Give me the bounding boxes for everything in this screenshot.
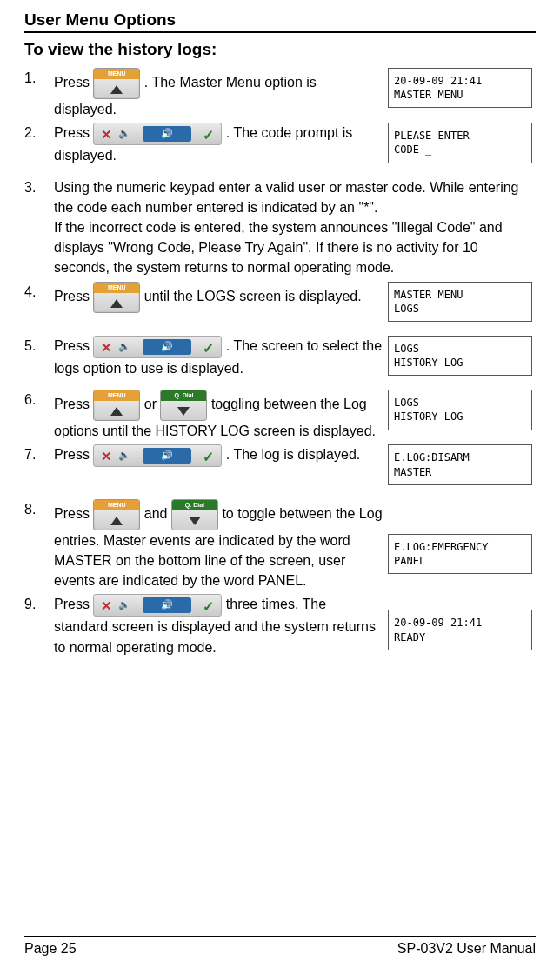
page-footer: Page 25 SP-03V2 User Manual [24,936,536,957]
arrow-up-icon [110,85,123,94]
menu-label: MENU [94,283,139,293]
step-text: Press [54,338,93,353]
lcd-screen: E.LOG:DISARM MASTER [388,444,532,484]
arrow-up-icon [110,407,123,416]
lcd-screen: 20-09-09 21:41 READY [388,610,532,650]
section-heading: To view the history logs: [24,40,536,59]
menu-button-icon: MENU [93,499,140,530]
sound-box-icon [143,126,191,142]
step-text: Press [54,397,93,411]
step-text: Press [54,125,93,140]
step-number: 9. [24,594,54,657]
menu-label: MENU [94,500,139,510]
step-number: 7. [24,444,54,467]
menu-label: MENU [94,390,139,401]
step-text: or [144,397,161,411]
arrow-up-icon [110,517,123,525]
lcd-screen: MASTER MENU LOGS [388,282,532,322]
sound-box-icon [143,339,191,355]
wide-button-icon: ✕ 🔈 ✓ [93,336,222,358]
check-icon: ✓ [203,447,214,467]
page-number: Page 25 [24,941,77,957]
wide-button-icon: ✕ 🔈 ✓ [93,594,222,617]
page-header: User Menu Options [24,10,536,33]
menu-button-icon: MENU [93,282,140,313]
qdial-label: Q. Dial [161,390,206,401]
step-text: Press [54,75,93,90]
check-icon: ✓ [203,125,214,145]
lcd-screen: LOGS HISTORY LOG [388,390,532,430]
menu-button-icon: MENU [93,68,140,99]
step-text: . The log is displayed. [226,448,360,463]
step-text: Press [54,506,93,521]
lcd-screen: PLEASE ENTER CODE _ [388,123,532,163]
x-icon: ✕ [101,597,112,616]
step-number: 2. [24,123,54,165]
check-icon: ✓ [203,338,214,358]
step-text: Press [54,597,93,612]
step-text: and [144,506,171,521]
arrow-down-icon [189,517,201,525]
sound-box-icon [143,597,191,613]
step-number: 4. [24,282,54,313]
lcd-screen: LOGS HISTORY LOG [388,336,532,376]
step-text: Press [54,289,93,304]
step-number: 6. [24,390,54,441]
wide-button-icon: ✕ 🔈 ✓ [93,123,222,145]
lcd-screen: E.LOG:EMERGENCY PANEL [388,534,532,574]
step-text: Using the numeric keypad enter a valid u… [54,177,536,278]
speaker-icon: 🔈 [118,127,130,139]
arrow-up-icon [110,299,123,308]
speaker-icon: 🔈 [118,449,130,461]
x-icon: ✕ [101,447,112,466]
step-number: 5. [24,336,54,378]
arrow-down-icon [177,407,190,416]
qdial-label: Q. Dial [172,500,217,510]
step-number: 8. [24,499,54,591]
speaker-icon: 🔈 [118,340,130,352]
step-number: 1. [24,68,54,119]
sound-box-icon [143,448,191,464]
x-icon: ✕ [101,125,112,144]
step-text: Press [54,448,93,463]
steps-list: 1. Press MENU . The Master Menu option i… [24,68,536,664]
qdial-button-icon: Q. Dial [171,499,218,530]
lcd-screen: 20-09-09 21:41 MASTER MENU [388,68,532,108]
menu-button-icon: MENU [93,390,140,421]
manual-title: SP-03V2 User Manual [397,941,536,957]
menu-label: MENU [94,69,139,79]
wide-button-icon: ✕ 🔈 ✓ [93,444,222,467]
qdial-button-icon: Q. Dial [160,390,207,421]
step-number: 3. [24,177,54,278]
check-icon: ✓ [203,597,214,617]
step-text: until the LOGS screen is displayed. [144,289,362,304]
x-icon: ✕ [101,338,112,357]
speaker-icon: 🔈 [118,598,130,610]
